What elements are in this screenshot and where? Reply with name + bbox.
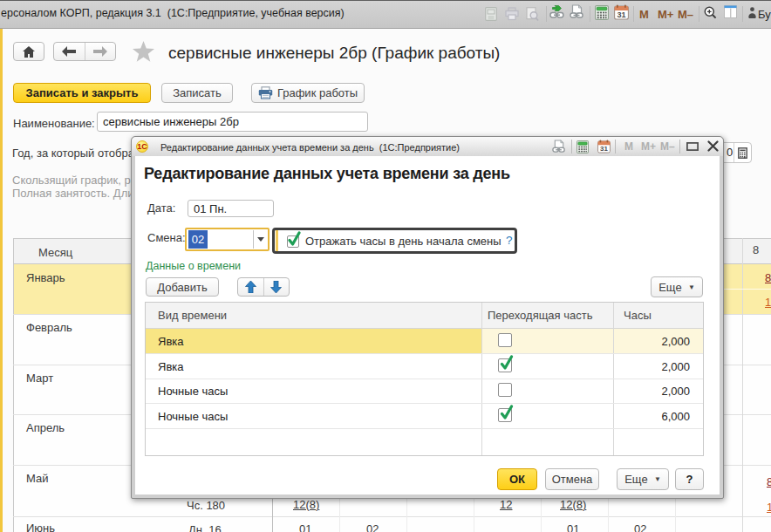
svg-text:31: 31	[617, 10, 625, 19]
svg-text:31: 31	[600, 145, 608, 153]
